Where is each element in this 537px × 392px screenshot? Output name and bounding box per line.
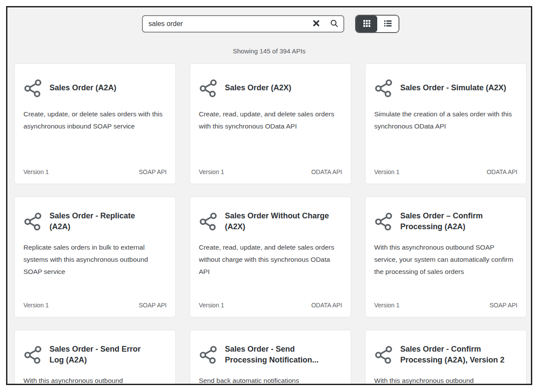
view-toggle (355, 15, 399, 33)
api-card-header: Sales Order - Replicate (A2A) (23, 208, 167, 235)
search-icon (330, 19, 339, 29)
clear-x-icon (313, 20, 320, 28)
api-card-version: Version 1 (23, 302, 49, 309)
api-card-type: SOAP API (139, 302, 167, 309)
api-share-nodes-icon (374, 211, 394, 231)
list-view-icon (384, 20, 392, 29)
api-card-type: ODATA API (311, 168, 342, 175)
api-card-type: SOAP API (139, 168, 167, 175)
api-share-nodes-icon (374, 345, 394, 365)
api-card-type: ODATA API (311, 302, 342, 309)
api-card[interactable]: Sales Order - Send Error Log (A2A) With … (14, 330, 176, 385)
grid-view-button[interactable] (356, 16, 377, 32)
search-box (142, 15, 344, 33)
api-card[interactable]: Sales Order - Simulate (A2X) Simulate th… (365, 63, 527, 184)
api-share-nodes-icon (23, 78, 43, 98)
api-card-description: With this asynchronous outbound (374, 375, 517, 385)
api-card-title: Sales Order Without Charge (A2X) (225, 211, 332, 232)
api-card-header: Sales Order (A2A) (23, 74, 167, 102)
api-share-nodes-icon (374, 78, 394, 98)
api-card-description: With this asynchronous outbound SOAP ser… (374, 241, 517, 278)
api-card-header: Sales Order (A2X) (199, 74, 342, 102)
api-card-title: Sales Order - Simulate (A2X) (400, 82, 506, 93)
api-card-header: Sales Order - Send Processing Notificati… (199, 341, 342, 369)
search-input[interactable] (143, 20, 307, 28)
api-card[interactable]: Sales Order Without Charge (A2X) Create,… (190, 197, 351, 317)
api-card-title: Sales Order (A2A) (49, 82, 116, 93)
api-card-footer: Version 1 ODATA API (199, 293, 342, 317)
api-card-description: Send back automatic notifications (199, 375, 342, 385)
clear-search-button[interactable] (307, 16, 325, 32)
api-card-description: Replicate sales orders in bulk to extern… (23, 241, 167, 278)
api-share-nodes-icon (23, 345, 43, 365)
api-share-nodes-icon (199, 345, 219, 365)
api-card-header: Sales Order - Simulate (A2X) (374, 74, 517, 102)
api-card-title: Sales Order - Send Processing Notificati… (225, 344, 332, 366)
screenshot-viewport: Showing 145 of 394 APIs Sales Order (A2A… (0, 0, 537, 392)
list-view-button[interactable] (377, 16, 399, 32)
api-card-description: Simulate the creation of a sales order w… (374, 108, 517, 132)
api-card-header: Sales Order Without Charge (A2X) (199, 208, 342, 235)
api-card[interactable]: Sales Order (A2X) Create, read, update, … (190, 63, 351, 184)
search-button[interactable] (325, 16, 343, 32)
page-frame: Showing 145 of 394 APIs Sales Order (A2A… (6, 6, 532, 385)
api-card-title: Sales Order (A2X) (225, 82, 291, 93)
api-card-type: ODATA API (487, 168, 517, 175)
api-card-title: Sales Order - Confirm Processing (A2A), … (400, 344, 507, 366)
api-card-version: Version 1 (199, 168, 224, 175)
api-card[interactable]: Sales Order - Confirm Processing (A2A), … (365, 330, 527, 385)
api-share-nodes-icon (199, 211, 219, 231)
results-summary: Showing 145 of 394 APIs (7, 47, 531, 55)
api-card-grid: Sales Order (A2A) Create, update, or del… (14, 63, 527, 385)
api-card-title: Sales Order - Replicate (A2A) (49, 211, 156, 232)
api-card-version: Version 1 (374, 168, 399, 175)
api-card-footer: Version 1 SOAP API (23, 293, 167, 317)
api-card-description: Create, read, update, and delete sales o… (199, 108, 342, 132)
api-card-footer: Version 1 ODATA API (199, 160, 342, 184)
api-card-title: Sales Order - Send Error Log (A2A) (49, 344, 156, 366)
api-card-footer: Version 1 SOAP API (374, 293, 517, 317)
api-card[interactable]: Sales Order - Send Processing Notificati… (190, 330, 351, 385)
api-card-version: Version 1 (23, 168, 49, 175)
api-card[interactable]: Sales Order (A2A) Create, update, or del… (14, 63, 176, 184)
api-card-description: With this asynchronous outbound (23, 375, 167, 385)
api-card[interactable]: Sales Order – Confirm Processing (A2A) W… (365, 197, 527, 317)
api-card-header: Sales Order - Confirm Processing (A2A), … (374, 341, 517, 369)
api-card[interactable]: Sales Order - Replicate (A2A) Replicate … (14, 197, 176, 317)
api-card-version: Version 1 (374, 302, 399, 309)
api-card-type: SOAP API (490, 302, 517, 309)
api-card-footer: Version 1 SOAP API (23, 160, 167, 184)
api-card-title: Sales Order – Confirm Processing (A2A) (400, 211, 507, 232)
grid-view-icon (363, 20, 371, 29)
top-bar (7, 7, 531, 47)
api-card-description: Create, read, update, and delete sales o… (199, 241, 342, 278)
api-card-description: Create, update, or delete sales orders w… (23, 108, 167, 132)
api-card-header: Sales Order – Confirm Processing (A2A) (374, 208, 517, 235)
api-card-footer: Version 1 ODATA API (374, 160, 517, 184)
api-card-version: Version 1 (199, 302, 224, 309)
api-card-header: Sales Order - Send Error Log (A2A) (23, 341, 167, 369)
api-share-nodes-icon (23, 211, 43, 231)
api-share-nodes-icon (199, 78, 219, 98)
